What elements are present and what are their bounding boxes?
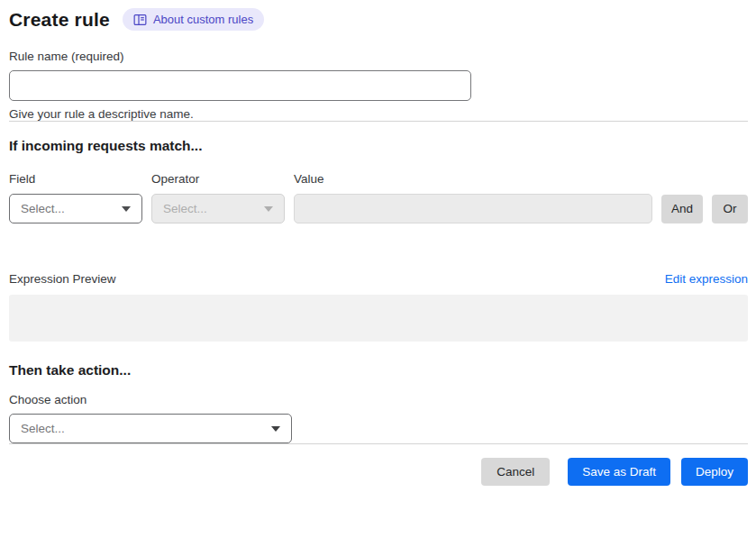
create-rule-form: Create rule About custom rules Rule name… (0, 0, 756, 486)
action-section-heading: Then take action... (9, 362, 748, 378)
cancel-button[interactable]: Cancel (481, 458, 550, 486)
book-icon (133, 14, 147, 26)
field-select-value: Select... (21, 202, 65, 215)
rule-name-label: Rule name (required) (9, 50, 748, 63)
operator-label: Operator (151, 172, 285, 186)
choose-action-select[interactable]: Select... (9, 414, 292, 443)
expression-preview-label: Expression Preview (9, 272, 116, 286)
operator-select: Select... (151, 194, 285, 223)
match-section-heading: If incoming requests match... (9, 138, 748, 154)
choose-action-label: Choose action (9, 393, 748, 406)
chevron-down-icon (271, 426, 280, 432)
expression-preview-header: Expression Preview Edit expression (9, 272, 748, 286)
operator-select-value: Select... (163, 202, 207, 215)
rule-name-input[interactable] (9, 70, 471, 101)
choose-action-value: Select... (21, 422, 65, 435)
deploy-button[interactable]: Deploy (681, 458, 748, 486)
expression-builder-row: Field Operator Value Select... Select...… (9, 172, 748, 223)
section-divider (9, 121, 748, 122)
value-label: Value (294, 172, 652, 186)
about-custom-rules-link[interactable]: About custom rules (123, 8, 264, 31)
chevron-down-icon (264, 206, 273, 212)
about-custom-rules-label: About custom rules (153, 13, 253, 26)
edit-expression-link[interactable]: Edit expression (665, 272, 748, 286)
page-header: Create rule About custom rules (9, 8, 748, 31)
field-select[interactable]: Select... (9, 194, 142, 223)
rule-name-helper: Give your rule a descriptive name. (9, 107, 748, 121)
field-label: Field (9, 172, 142, 186)
or-button[interactable]: Or (712, 195, 748, 223)
footer-divider (9, 443, 748, 444)
page-title: Create rule (9, 9, 110, 31)
value-input (294, 194, 652, 223)
and-button[interactable]: And (661, 195, 703, 223)
footer-actions: Cancel Save as Draft Deploy (9, 458, 748, 486)
expression-preview-box (9, 295, 748, 342)
chevron-down-icon (122, 206, 131, 212)
save-as-draft-button[interactable]: Save as Draft (568, 458, 670, 486)
